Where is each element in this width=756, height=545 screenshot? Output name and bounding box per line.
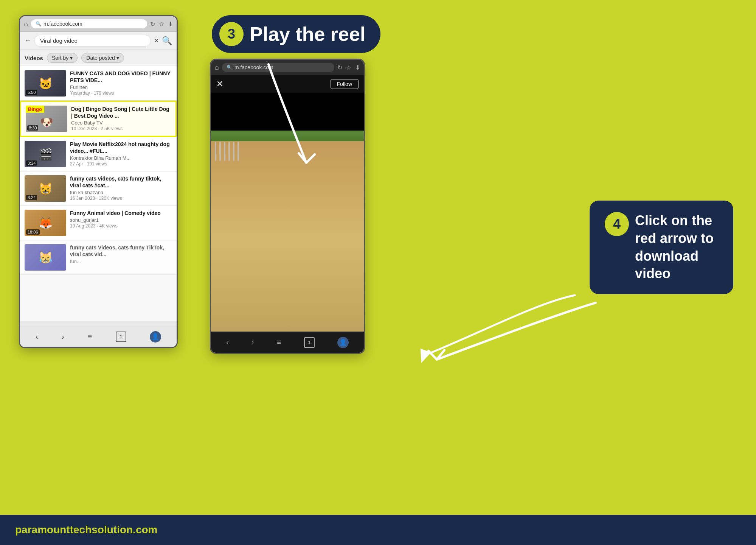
chevron-down-icon2: ▾	[116, 55, 119, 61]
clear-search-icon[interactable]: ✕	[154, 37, 159, 44]
video-duration: 5:50	[26, 90, 37, 95]
bookmark-icon-right[interactable]: ☆	[346, 64, 351, 71]
download-icon-right[interactable]: ⬇	[355, 64, 360, 71]
list-item[interactable]: 🐱 5:50 FUNNY CATS AND DOG VIDEO | FUNNY …	[20, 66, 177, 101]
list-item[interactable]: 😸 3:24 funny cats videos, cats funny tik…	[20, 171, 177, 206]
step4-label: Click on the red arrow to download video	[635, 212, 718, 283]
video-thumbnail: 😸 3:24	[25, 175, 66, 202]
nav-forward-icon-right[interactable]: ›	[251, 338, 254, 347]
video-info: Funny Animal video | Comedy video sonu_g…	[70, 210, 172, 236]
home-icon[interactable]: ⌂	[24, 20, 28, 28]
back-button[interactable]: ←	[25, 37, 31, 45]
brand-bar: paramounttechsolution.com	[0, 515, 756, 545]
list-item[interactable]: 🦊 18:06 Funny Animal video | Comedy vide…	[20, 206, 177, 240]
sort-by-button[interactable]: Sort by ▾	[47, 53, 78, 63]
video-meta: 27 Apr · 191 views	[70, 161, 172, 167]
video-meta: 10 Dec 2023 · 2.5K views	[71, 126, 171, 131]
arrow-step3-curved	[246, 57, 340, 178]
video-meta: Yesterday · 179 views	[70, 90, 172, 96]
browser-actions-right: ↻ ☆ ⬇	[337, 64, 360, 71]
video-channel: Furlihen	[70, 84, 172, 90]
video-channel: fun ka khazana	[70, 190, 172, 195]
video-list: 🐱 5:50 FUNNY CATS AND DOG VIDEO | FUNNY …	[20, 66, 177, 321]
bottom-nav-right: ‹ › ≡ 1 👤	[211, 332, 364, 353]
video-info: funny cats Videos, cats funny TikTok, vi…	[70, 244, 172, 271]
bookmark-icon[interactable]: ☆	[159, 20, 164, 28]
brand-text: paramounttechsolution.com	[15, 524, 157, 536]
video-title: Play Movie Netflix2024 hot naughty dog v…	[70, 141, 172, 154]
video-thumbnail: 🐱 5:50	[25, 70, 66, 97]
video-meta: 16 Jan 2023 · 120K views	[70, 196, 172, 201]
svg-line-16	[428, 351, 437, 360]
nav-back-icon[interactable]: ‹	[36, 332, 38, 341]
nav-forward-icon[interactable]: ›	[62, 332, 64, 341]
nav-back-icon-right[interactable]: ‹	[226, 338, 229, 347]
videos-label: Videos	[25, 55, 43, 61]
video-channel: sonu_gurjar1	[70, 217, 172, 223]
video-thumbnail: Bingo 🐶 8:30	[26, 106, 67, 132]
nav-tabs-icon-right[interactable]: 1	[304, 337, 315, 348]
search-input[interactable]: Viral dog video	[34, 35, 151, 47]
chevron-down-icon: ▾	[70, 55, 73, 61]
video-duration: 3:24	[26, 195, 37, 200]
refresh-icon[interactable]: ↻	[150, 20, 155, 28]
nav-profile-icon-right[interactable]: 👤	[337, 337, 349, 348]
video-info: FUNNY CATS AND DOG VIDEO | FUNNY PETS VI…	[70, 70, 172, 97]
close-video-button[interactable]: ✕	[216, 79, 223, 89]
filter-bar: Videos Sort by ▾ Date posted ▾	[20, 50, 177, 66]
nav-menu-icon[interactable]: ≡	[88, 332, 92, 341]
nav-profile-icon[interactable]: 👤	[150, 331, 161, 343]
svg-line-14	[306, 154, 315, 163]
video-title: FUNNY CATS AND DOG VIDEO | FUNNY PETS VI…	[70, 70, 172, 84]
left-phone: ⌂ 🔍 m.facebook.com ↻ ☆ ⬇ ← Viral dog vid…	[19, 15, 178, 348]
video-channel: Kontraktor Bina Rumah M...	[70, 155, 172, 161]
video-title: Funny Animal video | Comedy video	[70, 210, 172, 216]
video-channel: Coco Baby TV	[71, 120, 171, 126]
browser-actions-left: ↻ ☆ ⬇	[150, 20, 173, 28]
video-duration: 8:30	[27, 125, 38, 131]
video-title: funny cats videos, cats funny tiktok, vi…	[70, 175, 172, 189]
step4-badge: 4	[605, 212, 629, 236]
download-icon[interactable]: ⬇	[168, 20, 173, 28]
video-thumbnail: 😹	[25, 244, 66, 271]
video-thumbnail: 🎬 3:24	[25, 141, 66, 167]
arrow-step4-curved	[361, 284, 618, 375]
video-info: funny cats videos, cats funny tiktok, vi…	[70, 175, 172, 202]
svg-point-8	[297, 353, 301, 354]
video-meta: 19 Aug 2023 · 4K views	[70, 223, 172, 229]
search-submit-icon[interactable]: 🔍	[162, 36, 172, 46]
bottom-nav-left: ‹ › ≡ 1 👤	[20, 326, 177, 347]
video-channel: fun...	[70, 258, 172, 264]
video-info: Dog | Bingo Dog Song | Cute Little Dog |…	[71, 106, 171, 132]
list-item[interactable]: 🎬 3:24 Play Movie Netflix2024 hot naught…	[20, 137, 177, 171]
left-browser-chrome: ⌂ 🔍 m.facebook.com ↻ ☆ ⬇	[20, 16, 177, 32]
video-info: Play Movie Netflix2024 hot naughty dog v…	[70, 141, 172, 167]
video-thumbnail: 🦊 18:06	[25, 210, 66, 236]
nav-tabs-icon[interactable]: 1	[116, 332, 126, 342]
list-item[interactable]: 😹 funny cats Videos, cats funny TikTok, …	[20, 240, 177, 275]
video-title: Dog | Bingo Dog Song | Cute Little Dog |…	[71, 106, 171, 119]
video-duration: 3:24	[26, 160, 37, 166]
list-item[interactable]: Bingo 🐶 8:30 Dog | Bingo Dog Song | Cute…	[20, 101, 177, 137]
search-bar: ← Viral dog video ✕ 🔍	[20, 32, 177, 50]
date-posted-button[interactable]: Date posted ▾	[81, 53, 124, 63]
nav-menu-icon-right[interactable]: ≡	[277, 338, 281, 347]
url-bar-left[interactable]: 🔍 m.facebook.com	[31, 19, 147, 28]
video-duration: 18:06	[26, 229, 40, 235]
video-title: funny cats Videos, cats funny TikTok, vi…	[70, 244, 172, 258]
home-icon-right[interactable]: ⌂	[215, 64, 219, 72]
